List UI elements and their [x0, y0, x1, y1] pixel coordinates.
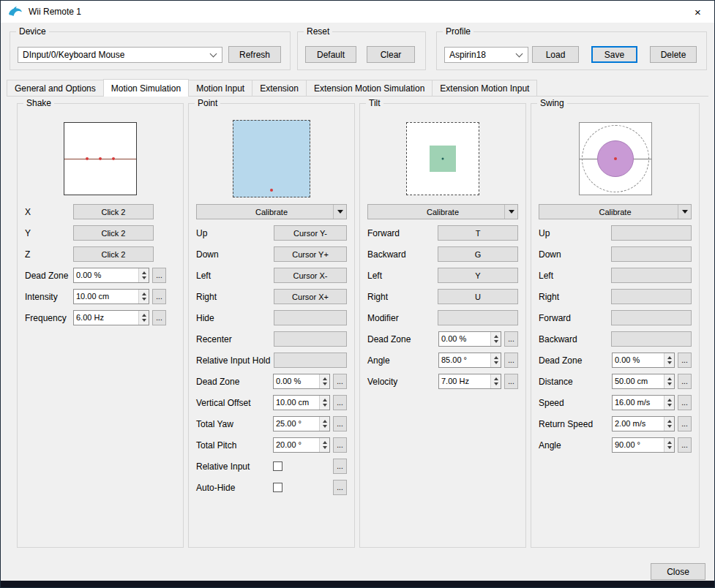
- point-left-mapping-button[interactable]: Cursor X-: [274, 268, 347, 283]
- calibrate-dropdown-arrow[interactable]: [678, 205, 691, 219]
- spinner-arrows[interactable]: [490, 353, 501, 367]
- tilt-forward-mapping-button[interactable]: T: [438, 225, 518, 241]
- shake-dead-zone-advanced-button[interactable]: ...: [152, 268, 166, 283]
- shake-intensity-spinbox[interactable]: 10.00 cm: [73, 289, 149, 304]
- tab-general-and-options[interactable]: General and Options: [7, 80, 104, 97]
- point-relative-input-advanced-button[interactable]: ...: [333, 459, 347, 474]
- auto-hide-checkbox[interactable]: [273, 483, 282, 492]
- swing-angle-advanced-button[interactable]: ...: [678, 437, 692, 453]
- shake-intensity-advanced-button[interactable]: ...: [152, 289, 166, 304]
- tilt-angle-spinbox[interactable]: 85.00 °: [438, 353, 501, 368]
- point-calibrate-button[interactable]: Calibrate: [196, 204, 347, 219]
- tilt-velocity-advanced-button[interactable]: ...: [504, 374, 518, 389]
- tilt-modifier-mapping-button[interactable]: [438, 310, 518, 325]
- tilt-velocity-spinbox[interactable]: 7.00 Hz: [438, 374, 501, 389]
- spinner-arrows[interactable]: [319, 396, 329, 410]
- profile-combo[interactable]: Aspirin18: [444, 47, 528, 63]
- point-total-pitch-advanced-button[interactable]: ...: [333, 437, 347, 453]
- spinner-arrows[interactable]: [138, 268, 149, 282]
- spin-down-icon: [667, 446, 672, 449]
- tilt-right-mapping-button[interactable]: U: [438, 289, 518, 304]
- spinner-arrows[interactable]: [664, 374, 674, 388]
- point-auto-hide-advanced-button[interactable]: ...: [333, 480, 347, 495]
- tilt-calibrate-button[interactable]: Calibrate: [367, 204, 518, 219]
- swing-speed-spinbox[interactable]: 16.00 m/s: [612, 395, 675, 410]
- clear-button[interactable]: Clear: [367, 46, 415, 63]
- point-hide-mapping-button[interactable]: [274, 310, 347, 325]
- close-button[interactable]: Close: [651, 563, 705, 580]
- spinner-arrows[interactable]: [664, 396, 674, 410]
- spin-up-icon: [323, 399, 327, 402]
- point-vertical-offset-advanced-button[interactable]: ...: [333, 395, 347, 410]
- point-dead-zone-advanced-button[interactable]: ...: [333, 374, 347, 389]
- spinner-arrows[interactable]: [664, 417, 674, 431]
- swing-distance-spinbox[interactable]: 50.00 cm: [612, 374, 675, 389]
- swing-up-mapping-button[interactable]: [611, 225, 692, 241]
- shake-frequency-spinbox[interactable]: 6.00 Hz: [73, 310, 149, 325]
- swing-dead-zone-advanced-button[interactable]: ...: [678, 353, 692, 368]
- tilt-angle-advanced-button[interactable]: ...: [504, 353, 518, 368]
- swing-dead-zone-spinbox[interactable]: 0.00 %: [612, 353, 675, 368]
- calibrate-dropdown-arrow[interactable]: [333, 205, 346, 219]
- relative-input-checkbox[interactable]: [273, 461, 282, 471]
- shake-frequency-advanced-button[interactable]: ...: [152, 310, 166, 325]
- load-button[interactable]: Load: [532, 46, 579, 63]
- point-dead-zone-spinbox[interactable]: 0.00 %: [273, 374, 330, 389]
- shake-y-mapping-button[interactable]: Click 2: [73, 225, 154, 241]
- point-total-yaw-spinbox[interactable]: 25.00 °: [273, 416, 330, 431]
- point-recenter-mapping-button[interactable]: [274, 331, 347, 347]
- device-combo[interactable]: DInput/0/Keyboard Mouse: [18, 47, 222, 63]
- spinner-arrows[interactable]: [664, 438, 674, 452]
- close-window-button[interactable]: ×: [681, 1, 714, 23]
- swing-distance-advanced-button[interactable]: ...: [678, 374, 692, 389]
- delete-button[interactable]: Delete: [650, 46, 697, 63]
- shake-z-mapping-button[interactable]: Click 2: [73, 246, 154, 262]
- spinner-arrows[interactable]: [319, 417, 329, 431]
- swing-backward-mapping-button[interactable]: [611, 331, 692, 347]
- swing-forward-mapping-button[interactable]: [611, 310, 692, 325]
- shake-dead-zone-spinbox[interactable]: 0.00 %: [73, 268, 149, 283]
- point-total-pitch-row: Total Pitch20.00 °...: [196, 437, 347, 453]
- tab-extension-motion-simulation[interactable]: Extension Motion Simulation: [306, 80, 433, 97]
- calibrate-dropdown-arrow[interactable]: [504, 205, 517, 219]
- spinner-arrows[interactable]: [319, 438, 329, 452]
- swing-speed-advanced-button[interactable]: ...: [678, 395, 692, 410]
- tilt-left-mapping-button[interactable]: Y: [438, 268, 518, 283]
- point-relative-input-hold-mapping-button[interactable]: [274, 353, 347, 368]
- point-right-mapping-button[interactable]: Cursor X+: [274, 289, 347, 304]
- swing-left-mapping-button[interactable]: [611, 268, 692, 283]
- swing-group: Swing Calibrate Up Down Left Right Forwa…: [531, 103, 700, 548]
- spinner-arrows[interactable]: [490, 374, 501, 388]
- point-up-mapping-button[interactable]: Cursor Y-: [274, 225, 347, 241]
- swing-return-speed-advanced-button[interactable]: ...: [678, 416, 692, 431]
- spinner-arrows[interactable]: [319, 374, 329, 388]
- default-button[interactable]: Default: [305, 46, 356, 63]
- spinner-arrows[interactable]: [664, 353, 674, 367]
- point-down-mapping-button[interactable]: Cursor Y+: [274, 246, 347, 262]
- tilt-backward-mapping-button[interactable]: G: [438, 246, 518, 262]
- point-group-title: Point: [195, 98, 220, 108]
- swing-return-speed-spinbox[interactable]: 2.00 m/s: [612, 416, 675, 431]
- spinner-arrows[interactable]: [490, 332, 501, 346]
- tilt-dead-zone-spinbox[interactable]: 0.00 %: [438, 331, 501, 347]
- refresh-button[interactable]: Refresh: [228, 46, 281, 63]
- shake-x-mapping-button[interactable]: Click 2: [73, 204, 154, 219]
- swing-right-mapping-button[interactable]: [611, 289, 692, 304]
- swing-down-mapping-button[interactable]: [611, 246, 692, 262]
- tab-extension[interactable]: Extension: [252, 80, 307, 97]
- point-vertical-offset-spinbox[interactable]: 10.00 cm: [273, 395, 330, 410]
- point-total-pitch-spinbox[interactable]: 20.00 °: [273, 437, 330, 453]
- tab-motion-input[interactable]: Motion Input: [188, 80, 252, 97]
- tilt-dead-zone-advanced-button[interactable]: ...: [504, 331, 518, 347]
- tab-extension-motion-input[interactable]: Extension Motion Input: [432, 80, 537, 97]
- swing-angle-spinbox[interactable]: 90.00 °: [612, 437, 675, 453]
- swing-calibrate-button[interactable]: Calibrate: [539, 204, 692, 219]
- point-total-yaw-advanced-button[interactable]: ...: [333, 416, 347, 431]
- spinner-arrows[interactable]: [138, 290, 149, 304]
- swing-left-label: Left: [539, 271, 553, 281]
- spinner-arrows[interactable]: [138, 311, 149, 325]
- save-button[interactable]: Save: [591, 46, 637, 63]
- tab-motion-simulation[interactable]: Motion Simulation: [103, 79, 189, 97]
- shake-group-title: Shake: [23, 98, 54, 108]
- spin-up-icon: [494, 377, 498, 380]
